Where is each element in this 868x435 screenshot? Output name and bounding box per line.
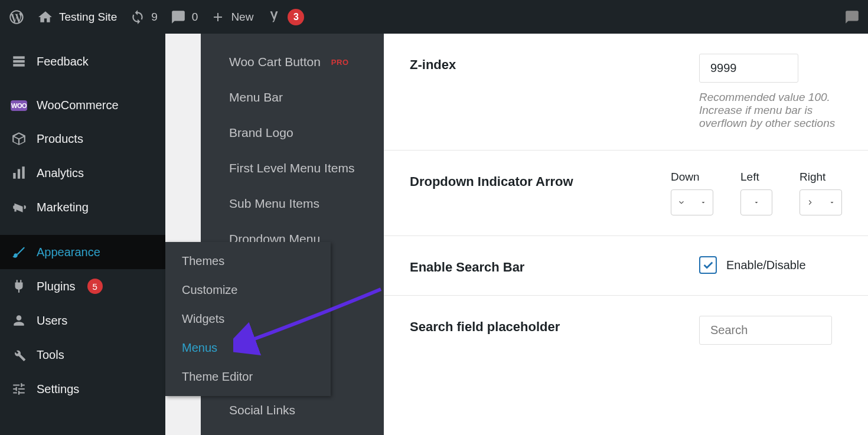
comments-count: 0 (192, 11, 198, 24)
wp-logo[interactable] (8, 9, 25, 25)
svg-rect-0 (13, 56, 25, 58)
sidebar-item-woocommerce[interactable]: WOO WooCommerce (0, 89, 165, 122)
site-home[interactable]: Testing Site (38, 9, 117, 25)
bars-icon (11, 165, 27, 181)
item-label: Woo Cart Button (229, 55, 321, 69)
submenu-customize[interactable]: Customize (165, 276, 331, 305)
brush-icon (11, 244, 27, 260)
refresh-icon (130, 9, 145, 25)
yoast-icon (266, 9, 282, 25)
admin-bar-right (844, 9, 860, 25)
svg-rect-1 (13, 60, 25, 63)
svg-rect-5 (22, 166, 24, 179)
sliders-icon (11, 381, 27, 397)
customizer-item-firstlevel[interactable]: First Level Menu Items (229, 151, 366, 186)
setting-zindex: Z-index Recommended value 100. Increase … (384, 34, 868, 151)
item-label: First Level Menu Items (229, 161, 354, 175)
home-icon (38, 9, 53, 25)
dd-right-label: Right (800, 171, 842, 184)
customizer-item-submenu[interactable]: Sub Menu Items (229, 186, 366, 221)
new-label: New (231, 11, 253, 24)
dropdown-label: Dropdown Indicator Arrow (410, 171, 671, 189)
sidebar-item-label: Users (37, 314, 67, 328)
item-label: Brand Logo (229, 126, 293, 140)
zindex-label: Z-index (410, 54, 699, 73)
check-icon (701, 259, 714, 272)
sidebar-item-label: Feedback (37, 55, 89, 68)
caret-down-icon (753, 199, 760, 206)
plug-icon (11, 279, 27, 294)
zindex-hint: Recommended value 100. Increase if menu … (699, 91, 842, 130)
sidebar-item-label: Plugins (37, 280, 76, 293)
submenu-themes[interactable]: Themes (165, 247, 331, 276)
updates-link[interactable]: 9 (130, 9, 158, 25)
wordpress-icon (8, 9, 25, 25)
sidebar-item-label: Settings (37, 382, 79, 396)
person-icon (11, 313, 27, 328)
appearance-submenu: Themes Customize Widgets Menus Theme Edi… (165, 242, 331, 396)
chevron-down-icon (677, 198, 686, 207)
submenu-widgets[interactable]: Widgets (165, 305, 331, 333)
admin-sidebar: Feedback WOO WooCommerce Products Analyt… (0, 34, 165, 435)
customizer-item-woocart[interactable]: Woo Cart Button PRO (229, 44, 366, 80)
megaphone-icon (11, 199, 27, 215)
toggle-label: Enable/Disable (726, 259, 806, 272)
sidebar-item-plugins[interactable]: Plugins 5 (0, 269, 165, 303)
search-bar-checkbox[interactable] (699, 256, 717, 274)
chevron-right-icon (806, 198, 814, 207)
seo-badge: 3 (288, 9, 304, 25)
search-placeholder-input[interactable] (699, 316, 832, 345)
svg-rect-2 (13, 64, 25, 66)
sidebar-item-users[interactable]: Users (0, 303, 165, 338)
sidebar-item-feedback[interactable]: Feedback (0, 44, 165, 79)
svg-rect-4 (18, 169, 20, 179)
sidebar-item-label: Marketing (37, 201, 89, 214)
customizer-item-social[interactable]: Social Links (229, 393, 366, 428)
sidebar-item-tools[interactable]: Tools (0, 338, 165, 372)
new-content[interactable]: New (211, 10, 253, 24)
plus-icon (211, 10, 225, 24)
dd-left-label: Left (740, 171, 772, 184)
admin-bar: Testing Site 9 0 New 3 (0, 0, 868, 34)
box-icon (11, 131, 27, 146)
dd-down-select[interactable] (671, 189, 713, 215)
submenu-theme-editor[interactable]: Theme Editor (165, 362, 331, 391)
search-placeholder-label: Search field placeholder (410, 316, 699, 335)
settings-panel: Z-index Recommended value 100. Increase … (384, 34, 868, 435)
pro-tag: PRO (331, 58, 349, 67)
item-label: Sub Menu Items (229, 197, 319, 211)
site-title: Testing Site (59, 11, 117, 24)
sidebar-item-settings[interactable]: Settings (0, 372, 165, 406)
wrench-icon (11, 347, 27, 362)
seo-link[interactable]: 3 (266, 9, 304, 25)
search-bar-label: Enable Search Bar (410, 256, 699, 275)
updates-count: 9 (151, 11, 158, 24)
submenu-menus[interactable]: Menus (165, 333, 331, 362)
comments-link[interactable]: 0 (171, 9, 198, 25)
sidebar-item-label: Products (37, 132, 83, 146)
sidebar-item-appearance[interactable]: Appearance (0, 235, 165, 269)
sidebar-item-label: Appearance (37, 246, 100, 259)
woo-icon: WOO (11, 100, 27, 111)
chat-icon[interactable] (844, 9, 860, 25)
svg-rect-3 (13, 173, 15, 179)
sidebar-item-label: WooCommerce (37, 99, 119, 112)
sidebar-item-label: Tools (37, 348, 64, 362)
zindex-input[interactable] (699, 54, 798, 83)
dd-right-select[interactable] (800, 189, 842, 215)
caret-down-icon (828, 199, 836, 206)
caret-down-icon (700, 199, 707, 206)
comment-icon (171, 9, 186, 25)
sidebar-item-products[interactable]: Products (0, 122, 165, 156)
sidebar-item-analytics[interactable]: Analytics (0, 156, 165, 190)
item-label: Social Links (229, 403, 295, 417)
sidebar-item-label: Analytics (37, 166, 84, 180)
feedback-icon (11, 54, 27, 69)
sidebar-item-marketing[interactable]: Marketing (0, 190, 165, 224)
customizer-item-menubar[interactable]: Menu Bar (229, 80, 366, 115)
customizer-item-brandlogo[interactable]: Brand Logo (229, 115, 366, 151)
dd-left-select[interactable] (740, 189, 772, 215)
dd-down-label: Down (671, 171, 713, 184)
setting-search-bar: Enable Search Bar Enable/Disable (384, 236, 868, 296)
setting-search-placeholder: Search field placeholder (384, 296, 868, 365)
